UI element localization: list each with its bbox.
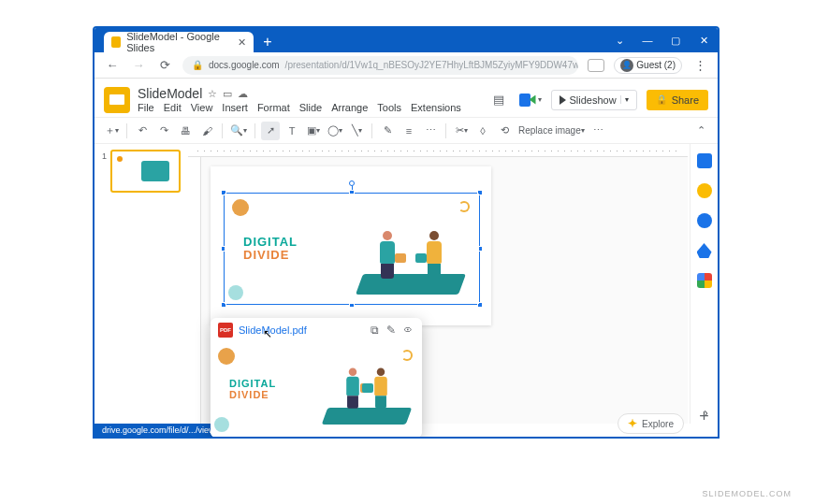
image-tool[interactable]: ▣ <box>304 122 323 140</box>
meet-icon[interactable]: ▾ <box>519 89 542 111</box>
menu-bar: File Edit View Insert Format Slide Arran… <box>138 102 461 113</box>
play-icon <box>560 95 566 105</box>
slides-favicon <box>111 36 121 48</box>
rotate-handle[interactable] <box>349 180 355 186</box>
toolbar: ＋ ↶ ↷ 🖶 🖌 🔍 ➚ T ▣ ◯ ╲ ✎ ≡ ⋯ ✂ ◊ ⟲ Replac… <box>94 118 718 144</box>
menu-edit[interactable]: Edit <box>164 102 182 113</box>
shape-tool[interactable]: ◯ <box>326 122 344 140</box>
menu-extensions[interactable]: Extensions <box>411 102 461 113</box>
reload-icon[interactable]: ⟳ <box>156 58 173 72</box>
menu-insert[interactable]: Insert <box>222 102 248 113</box>
preview-filename[interactable]: SlideModel.pdf <box>239 324 307 336</box>
share-button[interactable]: 🔒 Share <box>647 90 708 110</box>
menu-tools[interactable]: Tools <box>377 102 401 113</box>
side-panel-toggle[interactable]: › <box>704 405 708 420</box>
border-weight-button[interactable]: ≡ <box>400 122 418 140</box>
paint-format-button[interactable]: 🖌 <box>197 122 216 140</box>
selected-image[interactable]: DIGITAL DIVIDE <box>225 194 479 304</box>
slide-thumbnail[interactable] <box>110 150 181 193</box>
slide-thumbnail-row: 1 <box>102 150 181 193</box>
reset-image-button[interactable]: ⟲ <box>495 122 514 140</box>
close-tab-icon[interactable]: ✕ <box>238 36 246 49</box>
select-tool[interactable]: ➚ <box>261 122 280 140</box>
slideshow-button[interactable]: Slideshow ▾ <box>551 90 637 110</box>
more-tools-button[interactable]: ⋯ <box>589 122 608 140</box>
contacts-icon[interactable] <box>697 243 712 258</box>
window-controls: ⌄ — ▢ ✕ <box>605 28 718 52</box>
explore-label: Explore <box>642 419 674 429</box>
lock-icon: 🔒 <box>656 94 667 105</box>
new-slide-button[interactable]: ＋ <box>102 122 121 140</box>
lock-icon: 🔒 <box>192 60 203 70</box>
collapse-toolbar-icon[interactable]: ⌃ <box>691 122 710 140</box>
side-panel: + <box>690 144 718 424</box>
zoom-button[interactable]: 🔍 <box>228 122 249 140</box>
preview-text-line1: DIGITAL <box>229 378 276 389</box>
browser-titlebar: SlideModel - Google Slides ✕ + ⌄ — ▢ ✕ <box>94 28 718 52</box>
menu-arrange[interactable]: Arrange <box>331 102 368 113</box>
chevron-down-icon[interactable]: ▾ <box>620 95 629 104</box>
url-field[interactable]: 🔒 docs.google.com/presentation/d/1Vw1q_n… <box>182 56 578 75</box>
new-tab-button[interactable]: + <box>257 32 278 52</box>
url-host: docs.google.com <box>209 60 280 70</box>
menu-file[interactable]: File <box>138 102 154 113</box>
explore-icon: ✦ <box>628 417 637 430</box>
image-selection[interactable]: DIGITAL DIVIDE <box>224 193 480 305</box>
chevron-down-icon[interactable]: ⌄ <box>605 28 633 52</box>
app-header: SlideModel ☆ ▭ ☁ File Edit View Insert F… <box>94 79 718 118</box>
menu-slide[interactable]: Slide <box>299 102 322 113</box>
avatar-icon: 👤 <box>620 59 633 72</box>
close-window-icon[interactable]: ✕ <box>690 28 718 52</box>
slide-number: 1 <box>102 150 107 193</box>
undo-button[interactable]: ↶ <box>133 122 152 140</box>
browser-tab[interactable]: SlideModel - Google Slides ✕ <box>104 32 254 52</box>
move-icon[interactable]: ▭ <box>223 88 232 100</box>
vertical-ruler <box>188 157 201 424</box>
url-path: /presentation/d/1Vw1q_nBESOyJ2YE7HhyLftB… <box>285 60 579 70</box>
guest-label: Guest (2) <box>636 60 676 70</box>
forward-icon[interactable]: → <box>130 58 147 72</box>
menu-view[interactable]: View <box>191 102 213 113</box>
tab-title: SlideModel - Google Slides <box>126 31 232 53</box>
link-preview-card: PDF SlideModel.pdf ⧉ ✎ ᯣ DIGITAL DIVIDE <box>211 318 422 438</box>
browser-window: SlideModel - Google Slides ✕ + ⌄ — ▢ ✕ ←… <box>93 26 720 439</box>
minimize-icon[interactable]: — <box>633 28 661 52</box>
slideshow-label: Slideshow <box>570 94 617 106</box>
watermark: SLIDEMODEL.COM <box>702 489 792 498</box>
back-icon[interactable]: ← <box>104 58 121 72</box>
border-dash-button[interactable]: ⋯ <box>421 122 440 140</box>
preview-text-line2: DIVIDE <box>229 389 269 400</box>
copy-link-icon[interactable]: ⧉ <box>371 324 379 337</box>
remove-link-icon[interactable]: ᯣ <box>403 324 414 337</box>
mask-button[interactable]: ◊ <box>473 122 492 140</box>
profile-badge[interactable]: 👤 Guest (2) <box>614 57 682 74</box>
extension-icon[interactable] <box>588 59 604 72</box>
replace-image-button[interactable]: Replace image <box>516 122 587 140</box>
maximize-icon[interactable]: ▢ <box>661 28 690 52</box>
menu-icon[interactable]: ⋮ <box>691 58 708 72</box>
calendar-icon[interactable] <box>697 153 712 168</box>
maps-icon[interactable] <box>697 273 712 288</box>
horizontal-ruler <box>188 144 688 157</box>
star-icon[interactable]: ☆ <box>208 88 217 100</box>
cloud-saved-icon: ☁ <box>238 88 248 100</box>
preview-image[interactable]: DIGITAL DIVIDE <box>211 342 422 436</box>
crop-button[interactable]: ✂ <box>452 122 471 140</box>
explore-button[interactable]: ✦ Explore <box>618 413 684 434</box>
print-button[interactable]: 🖶 <box>176 122 195 140</box>
pdf-icon: PDF <box>218 323 233 338</box>
border-color-button[interactable]: ✎ <box>378 122 397 140</box>
slides-logo[interactable] <box>104 87 130 113</box>
keep-icon[interactable] <box>697 183 712 198</box>
menu-format[interactable]: Format <box>257 102 290 113</box>
slide-text-line1: DIGITAL <box>243 235 298 249</box>
edit-link-icon[interactable]: ✎ <box>386 324 396 337</box>
address-bar: ← → ⟳ 🔒 docs.google.com/presentation/d/1… <box>94 52 718 79</box>
redo-button[interactable]: ↷ <box>154 122 173 140</box>
textbox-tool[interactable]: T <box>283 122 301 140</box>
tasks-icon[interactable] <box>697 213 712 228</box>
comments-icon[interactable]: ▤ <box>487 89 510 111</box>
filmstrip-panel: 1 <box>94 144 188 424</box>
line-tool[interactable]: ╲ <box>347 122 366 140</box>
document-title[interactable]: SlideModel <box>138 86 202 101</box>
